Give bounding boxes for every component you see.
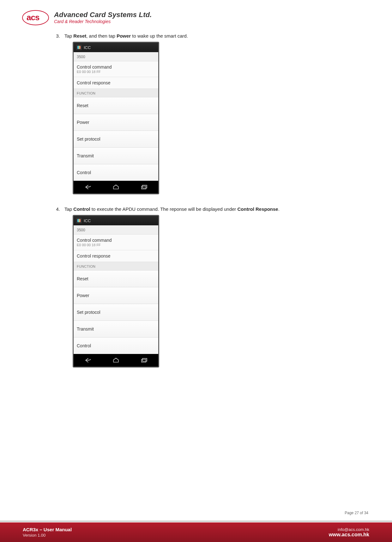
- set-protocol-button[interactable]: Set protocol: [74, 131, 158, 148]
- app-icon: [76, 218, 82, 223]
- control-response-row[interactable]: Control response: [74, 250, 158, 262]
- svg-rect-2: [142, 359, 146, 362]
- app-title: ICC: [84, 218, 91, 223]
- home-icon[interactable]: [112, 357, 120, 363]
- step-4-text: Tap Control to execute the APDU command.…: [64, 206, 280, 212]
- company-name: Advanced Card Systems Ltd.: [54, 11, 152, 19]
- function-header: FUNCTION: [74, 89, 158, 97]
- svg-rect-1: [142, 185, 147, 188]
- back-icon[interactable]: [84, 357, 92, 363]
- power-button[interactable]: Power: [74, 114, 158, 131]
- svg-rect-0: [142, 186, 146, 189]
- power-button[interactable]: Power: [74, 287, 158, 304]
- step-4-number: 4.: [54, 206, 60, 212]
- control-response-row[interactable]: Control response: [74, 77, 158, 89]
- app-bar: ICC: [74, 43, 158, 52]
- app-icon: [76, 45, 82, 50]
- step-3-number: 3.: [54, 33, 60, 39]
- control-command-value: E0 00 00 18 FF: [77, 70, 155, 74]
- recent-icon[interactable]: [140, 184, 148, 190]
- company-tagline: Card & Reader Technologies: [54, 19, 152, 24]
- footer-email: info@acs.com.hk: [329, 527, 369, 532]
- app-bar: ICC: [74, 216, 158, 225]
- control-command-row[interactable]: Control command E0 00 00 18 FF: [74, 234, 158, 250]
- home-icon[interactable]: [112, 184, 120, 190]
- page-header: acs Advanced Card Systems Ltd. Card & Re…: [22, 9, 370, 27]
- footer-url: www.acs.com.hk: [329, 532, 369, 538]
- phone-screenshot-2: ICC 3500 Control command E0 00 00 18 FF …: [73, 215, 159, 368]
- control-response-label: Control response: [77, 80, 155, 85]
- page-footer: ACR3x – User Manual Version 1.00 info@ac…: [0, 521, 392, 542]
- function-header: FUNCTION: [74, 262, 158, 271]
- footer-version: Version 1.00: [23, 533, 72, 538]
- control-command-value: E0 00 00 18 FF: [77, 243, 155, 247]
- control-button[interactable]: Control: [74, 164, 158, 181]
- logo: acs: [22, 9, 49, 27]
- step-3-text: Tap Reset, and then tap Power to wake up…: [64, 33, 188, 39]
- control-button[interactable]: Control: [74, 338, 158, 354]
- logo-text: acs: [27, 13, 39, 22]
- phone-screenshot-1: ICC 3500 Control command E0 00 00 18 FF …: [73, 42, 159, 194]
- status-row: 3500: [74, 52, 158, 61]
- step-4: 4. Tap Control to execute the APDU comma…: [54, 206, 357, 212]
- step-3: 3. Tap Reset, and then tap Power to wake…: [54, 33, 357, 39]
- control-command-label: Control command: [77, 238, 155, 243]
- control-command-row[interactable]: Control command E0 00 00 18 FF: [74, 61, 158, 77]
- transmit-button[interactable]: Transmit: [74, 148, 158, 164]
- nav-bar: [74, 181, 158, 193]
- transmit-button[interactable]: Transmit: [74, 321, 158, 338]
- back-icon[interactable]: [84, 184, 92, 190]
- set-protocol-button[interactable]: Set protocol: [74, 304, 158, 321]
- page-number: Page 27 of 34: [345, 511, 368, 515]
- reset-button[interactable]: Reset: [74, 271, 158, 287]
- company-block: Advanced Card Systems Ltd. Card & Reader…: [54, 9, 152, 24]
- app-title: ICC: [84, 45, 91, 50]
- control-command-label: Control command: [77, 64, 155, 70]
- footer-title: ACR3x – User Manual: [23, 527, 72, 532]
- nav-bar: [74, 354, 158, 367]
- control-response-label: Control response: [77, 253, 155, 259]
- status-row: 3500: [74, 225, 158, 234]
- reset-button[interactable]: Reset: [74, 97, 158, 114]
- recent-icon[interactable]: [140, 357, 148, 363]
- svg-rect-3: [142, 358, 147, 361]
